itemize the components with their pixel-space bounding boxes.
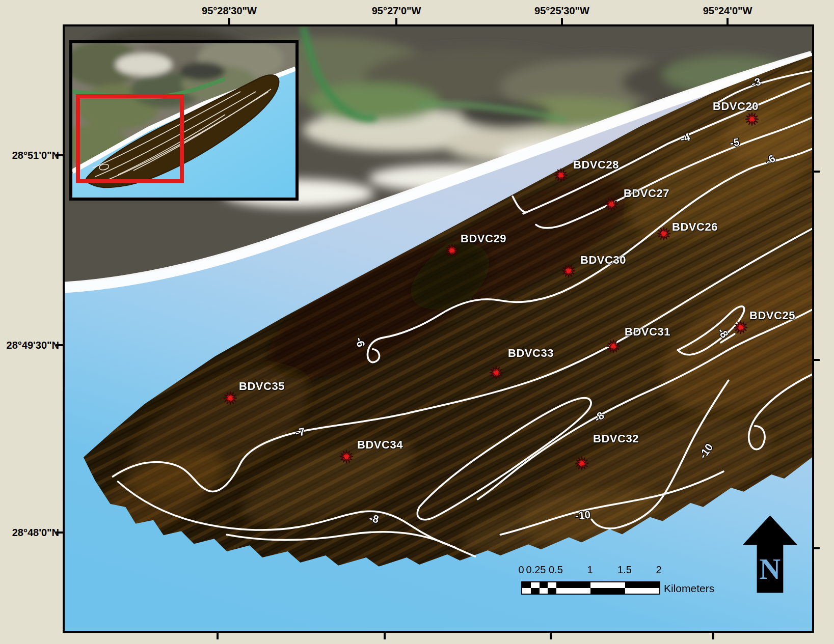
station-label: BDVC29 (461, 232, 506, 245)
latitude-label: 28°51'0"N (2, 150, 59, 161)
scale-bar-number: 2 (656, 564, 661, 576)
map-frame: N (63, 24, 814, 633)
scale-bar-row-top (522, 582, 659, 588)
station-marker (561, 263, 576, 281)
longitude-tick-bottom (550, 633, 552, 639)
longitude-tick-bottom (712, 633, 714, 639)
station-label: BDVC35 (239, 380, 285, 393)
station-marker (606, 339, 621, 356)
latitude-tick-right (813, 547, 820, 549)
station-star-icon (339, 449, 354, 464)
station-label: BDVC25 (749, 309, 795, 322)
latitude-tick (56, 154, 63, 156)
station-star-icon (553, 167, 569, 183)
station-label: BDVC30 (580, 254, 626, 267)
latitude-label: 28°49'30"N (2, 340, 59, 351)
scale-bar-row-bottom (522, 588, 659, 594)
station-marker (223, 390, 238, 408)
station-marker (744, 111, 760, 129)
longitude-label: 95°24'0"W (703, 5, 752, 17)
station-star-icon (744, 111, 760, 127)
longitude-label: 95°25'30"W (534, 5, 589, 17)
map-page: N (0, 0, 834, 644)
longitude-label: 95°27'0"W (372, 5, 421, 17)
station-star-icon (604, 197, 619, 212)
latitude-tick-right (813, 359, 820, 361)
longitude-tick (395, 18, 397, 24)
station-marker (604, 197, 619, 214)
longitude-tick-bottom (217, 633, 219, 639)
station-marker (553, 167, 569, 185)
station-label: BDVC20 (713, 100, 759, 113)
contour-depth-label: -5 (729, 136, 740, 149)
station-star-icon (561, 263, 576, 278)
station-star-icon (223, 390, 238, 406)
scale-bar-number: 1.5 (617, 564, 632, 576)
contour-depth-label: -7 (294, 426, 306, 439)
station-label: BDVC33 (508, 347, 554, 360)
longitude-tick (727, 18, 729, 24)
station-label: BDVC27 (624, 187, 669, 200)
station-label: BDVC32 (593, 432, 639, 445)
longitude-tick-bottom (384, 633, 386, 639)
station-marker (489, 365, 504, 382)
latitude-tick (56, 344, 63, 346)
contour-depth-label: -10 (575, 509, 591, 522)
scale-bar-number: 0 (518, 564, 524, 576)
station-star-icon (489, 365, 504, 380)
scale-bar-number: 0.25 (526, 564, 546, 576)
station-star-icon (606, 339, 621, 354)
scale-bar-unit: Kilometers (664, 582, 714, 595)
station-label: BDVC28 (573, 158, 619, 172)
scale-bar-number: 1 (587, 564, 593, 576)
scale-bar-checker (521, 581, 660, 595)
station-marker (733, 320, 748, 337)
station-label: BDVC31 (625, 325, 670, 339)
longitude-tick (228, 18, 230, 24)
station-label: BDVC34 (357, 438, 403, 452)
station-star-icon (656, 226, 671, 241)
station-marker (444, 243, 460, 260)
station-star-icon (574, 456, 589, 471)
longitude-label: 95°28'30"W (202, 5, 257, 17)
north-arrow-letter: N (760, 553, 781, 585)
inset-locator-map (69, 40, 299, 201)
latitude-tick (56, 531, 63, 534)
longitude-tick (561, 18, 563, 24)
latitude-label: 28°48'0"N (2, 527, 59, 539)
station-marker (656, 226, 671, 243)
scale-bar-number: 0.5 (549, 564, 563, 576)
scale-bar: 00.250.511.52 Kilometers (521, 564, 735, 600)
inset-canvas (72, 43, 295, 198)
station-label: BDVC26 (672, 220, 718, 234)
latitude-tick-right (813, 171, 820, 173)
station-marker (339, 449, 354, 466)
station-star-icon (444, 243, 460, 258)
station-marker (574, 456, 589, 473)
station-star-icon (733, 320, 748, 335)
